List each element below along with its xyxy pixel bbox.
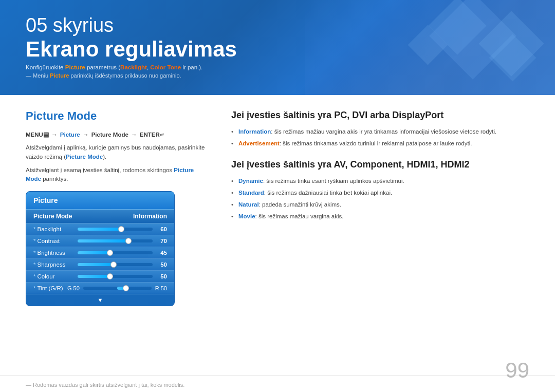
colour-value: 50 [156, 273, 167, 279]
header-banner: 05 skyrius Ekrano reguliavimas Konfigūru… [0, 0, 555, 95]
desc1-pic-mode: Picture Mode [66, 154, 103, 160]
text-natural: : padeda sumažinti krūvį akims. [259, 201, 341, 208]
desc-1: Atsižvelgdami į aplinką, kurioje gaminys… [26, 143, 211, 162]
term-movie: Movie [238, 213, 255, 219]
chapter-number: 05 skyrius [26, 14, 237, 37]
bullets-av: Dynamic: šis režimas tinka esant ryškiam… [231, 177, 529, 221]
text-standard: : šis režimas dažniausiai tinka bet koki… [264, 190, 392, 196]
section-title-av: Jei įvesties šaltinis yra AV, Component,… [231, 159, 529, 171]
sharpness-row: *Sharpness 50 [26, 259, 174, 271]
sharpness-label: *Sharpness [33, 262, 75, 268]
colour-label: *Colour [33, 273, 75, 279]
subtitle-line-2: Meniu Picture parinkčių išdėstymas prikl… [26, 72, 202, 79]
brightness-label: *Brightness [33, 250, 75, 256]
mode-value: Information [133, 213, 167, 220]
deco-diamonds [391, 0, 545, 95]
subtitle-pre: Konfigūruokite [26, 64, 65, 70]
section-title-pc: Jei įvesties šaltinis yra PC, DVI arba D… [231, 109, 529, 121]
term-information: Information [238, 128, 271, 135]
backlight-value: 60 [156, 226, 167, 232]
bullet-advertisement: Advertisement: šis režimas tinkamas vaiz… [231, 139, 529, 148]
header-content: 05 skyrius Ekrano reguliavimas [26, 14, 237, 62]
arrow-down-icon: ▼ [98, 297, 103, 303]
subtitle-mid: parametrus ( [85, 64, 120, 70]
menu-icon: ▤ [43, 132, 49, 138]
menu-picture: Picture [60, 132, 80, 138]
sharpness-value: 50 [156, 262, 167, 268]
tint-r-value: R 50 [155, 285, 167, 291]
tint-row: *Tint (G/R) G 50 R 50 [26, 283, 174, 294]
brightness-row: *Brightness 45 [26, 247, 174, 259]
picture-ui-header: Picture [26, 192, 174, 210]
sharpness-slider [78, 263, 153, 266]
tint-slider [83, 287, 152, 290]
subtitle2-pre: Meniu [33, 72, 50, 79]
text-movie: : šis režimas mažiau vargina akis. [255, 213, 344, 219]
bullet-dynamic: Dynamic: šis režimas tinka esant ryškiam… [231, 177, 529, 186]
subtitle2-pic: Picture [50, 72, 69, 79]
subtitle2-post: parinkčių išdėstymas priklauso nuo gamin… [69, 72, 181, 79]
brightness-slider [78, 251, 153, 254]
section-title-picture-mode: Picture Mode [26, 109, 211, 123]
text-dynamic: : šis režimas tinka esant ryškiam aplink… [263, 178, 404, 184]
subtitle-line-1: Konfigūruokite Picture parametrus (Backl… [26, 64, 202, 70]
desc-2: Atsižvelgiant į esamą įvesties šaltinį, … [26, 166, 211, 184]
menu-enter: ENTER [140, 132, 160, 138]
subtitle-colortone: Color Tone [150, 64, 181, 70]
tint-label: *Tint (G/R) [33, 285, 67, 291]
text-advertisement: : šis režimas tinkamas vaizdo turiniui i… [280, 140, 472, 146]
sharpness-fill [78, 263, 115, 266]
term-dynamic: Dynamic [238, 178, 263, 184]
colour-fill [78, 275, 112, 278]
picture-header-text: Picture [33, 196, 58, 204]
arrow-1: → [51, 132, 59, 138]
backlight-row: *Backlight 60 [26, 223, 174, 235]
bullets-pc: Information: šis režimas mažiau vargina … [231, 127, 529, 148]
left-column: Picture Mode MENU▤ → Picture → Picture M… [26, 109, 211, 365]
backlight-slider [78, 228, 153, 231]
term-advertisement: Advertisement [238, 140, 280, 146]
contrast-row: *Contrast 70 [26, 235, 174, 247]
backlight-fill [78, 228, 123, 231]
brightness-fill [78, 251, 112, 254]
chapter-title: Ekrano reguliavimas [26, 37, 237, 62]
menu-menu: MENU [26, 132, 43, 138]
arrow-2: → [83, 132, 90, 138]
page-number: 99 [505, 358, 529, 383]
text-information: : šis režimas mažiau vargina akis ir yra… [271, 128, 496, 135]
contrast-slider [78, 239, 153, 242]
header-subtitle: Konfigūruokite Picture parametrus (Backl… [26, 64, 202, 79]
brightness-value: 45 [156, 250, 167, 256]
tint-slider-fill [117, 287, 127, 290]
menu-path: MENU▤ → Picture → Picture Mode → ENTER↵ [26, 131, 211, 138]
colour-slider [78, 275, 153, 278]
picture-ui-mockup: Picture Picture Mode Information *Backli… [26, 191, 175, 306]
colour-row: *Colour 50 [26, 271, 174, 283]
enter-icon: ↵ [160, 132, 164, 138]
arrow-down-container: ▼ [26, 294, 174, 306]
tint-g-value: G 50 [67, 285, 80, 291]
bullet-information: Information: šis režimas mažiau vargina … [231, 127, 529, 137]
term-standard: Standard [238, 190, 264, 196]
backlight-label: *Backlight [33, 226, 75, 232]
desc2-pic-mode: Picture Mode [26, 167, 194, 182]
picture-mode-row: Picture Mode Information [26, 210, 174, 223]
contrast-value: 70 [156, 238, 167, 244]
subtitle-backlight: Backlight [120, 64, 147, 70]
term-natural: Natural [238, 201, 259, 208]
bullet-movie: Movie: šis režimas mažiau vargina akis. [231, 212, 529, 221]
footer-area: Rodomas vaizdas gali skirtis atsižvelgia… [0, 375, 555, 392]
right-column: Jei įvesties šaltinis yra PC, DVI arba D… [231, 109, 529, 365]
footer-note: Rodomas vaizdas gali skirtis atsižvelgia… [26, 382, 529, 388]
arrow-3: → [131, 132, 139, 138]
subtitle-picture: Picture [65, 64, 85, 70]
bullet-standard: Standard: šis režimas dažniausiai tinka … [231, 189, 529, 198]
contrast-fill [78, 239, 130, 242]
mode-label: Picture Mode [33, 213, 72, 220]
contrast-label: *Contrast [33, 238, 75, 244]
bullet-natural: Natural: padeda sumažinti krūvį akims. [231, 200, 529, 210]
menu-picture-mode: Picture Mode [91, 132, 128, 138]
subtitle-post: ir pan.). [181, 64, 202, 70]
main-content: Picture Mode MENU▤ → Picture → Picture M… [0, 95, 555, 375]
